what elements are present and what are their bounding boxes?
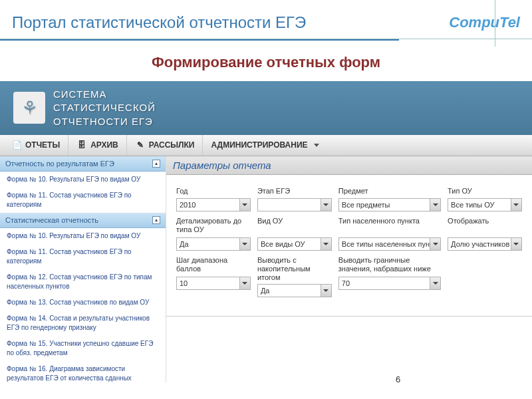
chevron-down-icon — [321, 238, 331, 250]
form-field: Год2010 — [176, 187, 251, 211]
select-value: Все типы населенных пун — [342, 240, 430, 248]
pencil-icon: ✎ — [135, 140, 146, 150]
select-dropdown[interactable]: 2010 — [176, 198, 251, 211]
form-field: Тип населенного пунктаВсе типы населенны… — [338, 217, 441, 251]
form-field: Вид ОУВсе виды ОУ — [257, 217, 332, 251]
menu-archive[interactable]: 🗄 АРХИВ — [68, 135, 126, 156]
chevron-down-icon — [239, 277, 250, 289]
sidebar-item[interactable]: Форма № 13. Состав участников по видам О… — [0, 295, 166, 311]
select-value: Да — [180, 240, 189, 248]
sidebar-item[interactable]: Форма № 11. Состав участников ЕГЭ по кат… — [0, 188, 166, 213]
menu-bar: 📄 ОТЧЕТЫ 🗄 АРХИВ ✎ РАССЫЛКИ АДМИНИСТРИРО… — [0, 135, 532, 156]
page-number: 6 — [396, 374, 400, 384]
content-area: Отчетность по результатам ЕГЭ▴Форма № 10… — [0, 156, 532, 382]
sidebar-item[interactable]: Форма № 14. Состав и результаты участник… — [0, 311, 166, 336]
form-field: Выводить с накопительным итогомДа — [257, 256, 332, 298]
select-value: Все типы ОУ — [451, 201, 494, 209]
panel-title: Параметры отчета — [166, 156, 532, 175]
select-value: 70 — [342, 279, 350, 287]
chevron-down-icon — [239, 238, 250, 250]
menu-reports[interactable]: 📄 ОТЧЕТЫ — [3, 135, 68, 156]
select-dropdown[interactable]: Долю участников — [448, 237, 522, 251]
app-banner: ⚘ СИСТЕМА СТАТИСТИЧЕСКОЙ ОТЧЕТНОСТИ ЕГЭ — [0, 81, 532, 135]
form-label: Этап ЕГЭ — [257, 187, 332, 196]
brand-logo: CompuTel — [449, 14, 520, 31]
sidebar-group-header[interactable]: Статистическая отчетность▴ — [0, 213, 166, 228]
chevron-down-icon — [430, 199, 440, 211]
sidebar-item[interactable]: Форма № 11. Состав участников ЕГЭ по кат… — [0, 244, 166, 269]
form-field: Тип ОУВсе типы ОУ — [448, 187, 522, 211]
select-value: Долю участников — [451, 240, 509, 248]
select-dropdown[interactable]: 70 — [338, 277, 441, 290]
chevron-down-icon — [321, 285, 331, 297]
sidebar-group-title: Статистическая отчетность — [5, 216, 98, 224]
form-divider — [166, 316, 532, 317]
form-field: Этап ЕГЭ — [257, 187, 332, 211]
sidebar-group-header[interactable]: Отчетность по результатам ЕГЭ▴ — [0, 156, 166, 172]
form-label: Предмет — [338, 187, 441, 196]
archive-icon: 🗄 — [76, 140, 87, 150]
chevron-down-icon — [430, 277, 440, 289]
select-dropdown[interactable]: Все типы населенных пун — [338, 237, 441, 251]
form-label: Детализировать до типа ОУ — [176, 217, 251, 235]
sidebar-item[interactable]: Форма № 12. Состав участников ЕГЭ по тип… — [0, 269, 166, 295]
page-title: Портал статистической отчетности ЕГЭ — [12, 13, 306, 32]
chevron-down-icon — [239, 199, 250, 211]
form-label: Тип ОУ — [448, 187, 522, 196]
sidebar-item[interactable]: Форма № 10. Результаты ЕГЭ по видам ОУ — [0, 172, 166, 188]
document-icon: 📄 — [11, 140, 22, 150]
chevron-down-icon — [430, 238, 440, 250]
form-field: Шаг диапазона баллов10 — [176, 256, 251, 298]
chevron-down-icon — [511, 199, 521, 211]
menu-mailing[interactable]: ✎ РАССЫЛКИ — [126, 135, 203, 156]
form-label: Год — [176, 187, 251, 196]
select-value: Все предметы — [342, 201, 390, 209]
collapse-icon[interactable]: ▴ — [152, 216, 160, 224]
select-dropdown[interactable]: 10 — [176, 277, 251, 290]
select-dropdown[interactable]: Да — [176, 237, 251, 251]
form-field: Выводить граничные значения, набравших н… — [338, 256, 441, 298]
form-field — [448, 256, 522, 298]
form-label: Вид ОУ — [257, 217, 332, 235]
form-field: Детализировать до типа ОУДа — [176, 217, 251, 251]
form-label: Выводить с накопительным итогом — [257, 256, 332, 283]
app-title: СИСТЕМА СТАТИСТИЧЕСКОЙ ОТЧЕТНОСТИ ЕГЭ — [53, 88, 156, 128]
sidebar-item[interactable]: Форма № 15. Участники успешно сдавшие ЕГ… — [0, 336, 166, 361]
sidebar-group-title: Отчетность по результатам ЕГЭ — [5, 160, 114, 168]
form-label: Тип населенного пункта — [338, 217, 441, 235]
select-value: Все виды ОУ — [261, 240, 305, 248]
form-label: Шаг диапазона баллов — [176, 256, 251, 275]
form-grid: Год2010Этап ЕГЭПредметВсе предметыТип ОУ… — [166, 175, 532, 310]
form-label: Отображать — [448, 217, 522, 235]
select-dropdown[interactable]: Все типы ОУ — [448, 198, 522, 211]
page-header: Портал статистической отчетности ЕГЭ Com… — [0, 0, 532, 39]
sidebar: Отчетность по результатам ЕГЭ▴Форма № 10… — [0, 156, 166, 382]
header-divider — [495, 0, 495, 47]
chevron-down-icon — [511, 238, 521, 250]
select-value: 2010 — [180, 201, 196, 209]
main-panel: Параметры отчета Год2010Этап ЕГЭПредметВ… — [166, 156, 532, 382]
section-title: Формирование отчетных форм — [0, 41, 532, 81]
select-dropdown[interactable]: Все предметы — [338, 198, 441, 211]
sidebar-item[interactable]: Форма № 16. Диаграмма зависимости резуль… — [0, 361, 166, 382]
form-label: Выводить граничные значения, набравших н… — [338, 256, 441, 275]
sidebar-item[interactable]: Форма № 10. Результаты ЕГЭ по видам ОУ — [0, 228, 166, 244]
chevron-down-icon — [314, 144, 319, 147]
chevron-down-icon — [321, 199, 331, 211]
form-field: ПредметВсе предметы — [338, 187, 441, 211]
collapse-icon[interactable]: ▴ — [152, 160, 160, 168]
select-dropdown[interactable]: Да — [257, 284, 332, 297]
form-field: ОтображатьДолю участников — [448, 217, 522, 251]
select-dropdown[interactable]: Все виды ОУ — [257, 237, 332, 251]
select-value: Да — [261, 287, 270, 295]
menu-admin[interactable]: АДМИНИСТРИРОВАНИЕ — [202, 135, 327, 156]
select-dropdown[interactable] — [257, 198, 332, 211]
app-logo-icon: ⚘ — [13, 92, 45, 124]
select-value: 10 — [180, 279, 188, 287]
